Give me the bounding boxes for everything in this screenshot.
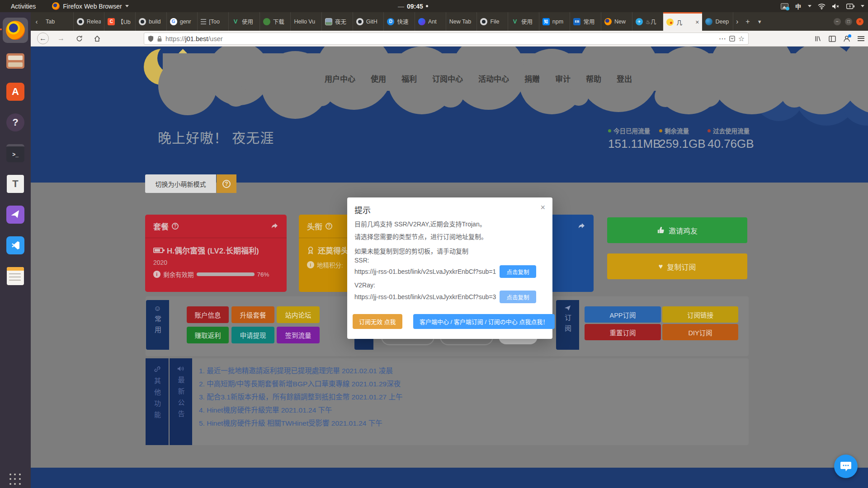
url-bar[interactable]: https://j01.best/user ⋯ ☆ [144,33,749,45]
browser-tab[interactable]: 知npm [539,12,571,31]
announcement-link[interactable]: 2. 中高短期/中等長期套餐新增BGP入口華東專線 2021.01.29深夜 [199,377,402,390]
url-text[interactable]: https://j01.best/user [165,35,716,42]
earn-rebate-button[interactable]: 赚取返利 [187,327,229,343]
mode-toggle-button[interactable]: 切换为小萌新模式 [145,174,216,193]
browser-tab[interactable]: D快速 [384,12,415,31]
lock-icon[interactable] [157,36,162,42]
dock-item-files[interactable] [3,48,28,74]
question-icon[interactable]: ? [172,223,179,230]
library-icon[interactable] [814,35,821,42]
share-icon[interactable] [270,223,278,230]
browser-tab[interactable]: C【Ub [104,12,136,31]
browser-tab[interactable]: Deep [702,12,733,31]
announcement-link[interactable]: 3. 配合3.1新版本升級，所有餘額調整到抵扣金幣 2021.01.27 上午 [199,390,402,404]
dock-item-help[interactable]: ? [3,110,28,135]
browser-tab[interactable]: New [601,12,632,31]
close-window-button[interactable]: × [856,18,863,25]
withdraw-button[interactable]: 申请提现 [231,327,274,343]
other-functions-tab[interactable]: 其他功能 [146,358,169,445]
dock-item-vscode[interactable] [3,233,28,258]
question-icon[interactable]: ? [326,223,332,230]
upgrade-plan-button[interactable]: 升级套餐 [231,306,274,323]
subscribe-tab[interactable]: 订阅 [556,300,579,350]
sidebar-icon[interactable] [829,36,836,42]
dock-item-terminal[interactable]: >_ [3,141,28,166]
browser-tab[interactable]: File [477,12,508,31]
announcement-link[interactable]: 4. Hinet機房硬件升級完畢 2021.01.24 下午 [199,404,402,417]
tab-list-dropdown[interactable]: ▼ [757,19,762,24]
browser-tab[interactable]: 下载 [260,12,291,31]
dock-item-notes[interactable] [3,263,28,289]
browser-tab[interactable]: Ant [415,12,446,31]
browser-tab[interactable]: V使用 [229,12,260,31]
browser-tab[interactable]: Relea [74,12,105,31]
copy-v2ray-button[interactable]: 点击复制 [500,291,536,303]
browser-tab[interactable]: Hello Vu [291,12,322,31]
app-menu[interactable]: Firefox Web Browser [52,2,128,10]
client-center-button[interactable]: 客户端中心 / 客户端订阅 / 订阅の中心 点我点我！ [413,314,555,329]
close-tab-icon[interactable]: × [695,19,699,26]
browser-tab[interactable]: New Tab [446,12,477,31]
home-button[interactable] [91,33,103,44]
forum-button[interactable]: 站内论坛 [277,306,320,323]
mode-help-button[interactable]: ? [217,174,236,193]
minimize-button[interactable]: − [834,18,841,25]
common-tab[interactable]: ☺ 常用 [146,300,169,350]
nav-item-activity-center[interactable]: 活动中心 [478,73,509,84]
system-tray[interactable]: 中 [781,0,864,12]
announcement-link[interactable]: 5. Hinet機房硬件升級 相關TWHinet受影響 2021.01.24 下… [199,417,402,430]
page-actions-icon[interactable]: ⋯ [719,34,726,43]
bookmark-star-icon[interactable]: ☆ [738,34,745,43]
activities-button[interactable]: Activities [7,3,39,10]
browser-tab[interactable]: ✈♨几 [632,12,664,31]
app-subscription-button[interactable]: APP订阅 [585,306,661,323]
reload-button[interactable] [73,33,85,44]
diy-subscription-button[interactable]: DIY订阅 [662,324,738,340]
share-icon[interactable] [577,223,585,230]
shield-icon[interactable] [148,35,154,42]
browser-tab[interactable]: build [136,12,167,31]
dock-item-firefox[interactable] [3,18,28,43]
nav-item-help[interactable]: 帮助 [586,73,601,84]
latest-news-tab[interactable]: 最新公告 [170,358,192,445]
browser-tab[interactable]: Tab [42,12,74,31]
menu-icon[interactable] [858,36,864,41]
back-button[interactable]: ← [37,33,49,44]
close-icon[interactable]: × [540,203,545,212]
chat-widget-button[interactable] [834,455,858,478]
dock-item-text-editor[interactable]: T [3,171,28,197]
reset-subscription-button[interactable]: 重置订阅 [585,324,661,340]
subscription-link-button[interactable]: 订阅链接 [662,306,738,323]
pocket-icon[interactable] [729,36,735,42]
announcement-link[interactable]: 1. 最近一批地精邀請返利提現已提現處理完畢 2021.02.01 凌晨 [199,364,402,377]
account-icon[interactable] [843,35,850,42]
subscription-invalid-button[interactable]: 订阅无效 点我 [353,314,402,329]
dock-item-ubuntu-software[interactable]: A [3,79,28,104]
maximize-button[interactable]: □ [845,18,852,25]
checkin-traffic-button[interactable]: 签到流量 [277,327,320,343]
browser-tab[interactable]: EB常用 [570,12,601,31]
ssr-url[interactable]: https://jj-rss-01.best/link/v2sLvaJyxkrE… [354,268,496,275]
nav-item-donate[interactable]: 捐赠 [524,73,540,84]
clock-menu[interactable]: — 09:45 [398,0,428,12]
copy-ssr-button[interactable]: 点击复制 [500,265,536,278]
show-applications-button[interactable] [0,474,31,485]
nav-item-subscribe-center[interactable]: 订阅中心 [432,73,463,84]
browser-tab[interactable]: [Too [198,12,229,31]
scroll-tabs-right-button[interactable]: › [736,18,738,26]
screenshot-icon[interactable] [781,3,788,9]
input-method-indicator[interactable]: 中 [795,1,802,11]
nav-item-usage[interactable]: 使用 [371,73,386,84]
scroll-tabs-left-button[interactable]: ‹ [31,12,42,31]
nav-item-user-center[interactable]: 用户中心 [325,73,355,84]
forward-button[interactable]: → [55,33,67,44]
invite-friends-button[interactable]: 邀请鸡友 [607,217,747,243]
copy-subscription-button[interactable]: ♥ 复制订阅 [607,253,747,279]
nav-item-audit[interactable]: 审计 [555,73,571,84]
nav-item-benefits[interactable]: 福利 [401,73,417,84]
browser-tab-active[interactable]: 几× [663,12,702,31]
browser-tab[interactable]: 夜无 [322,12,353,31]
nav-item-logout[interactable]: 登出 [617,73,632,84]
dock-item-sender[interactable] [3,202,28,227]
v2ray-url[interactable]: https://jj-rss-01.best/link/v2sLvaJyxkrE… [354,293,496,300]
